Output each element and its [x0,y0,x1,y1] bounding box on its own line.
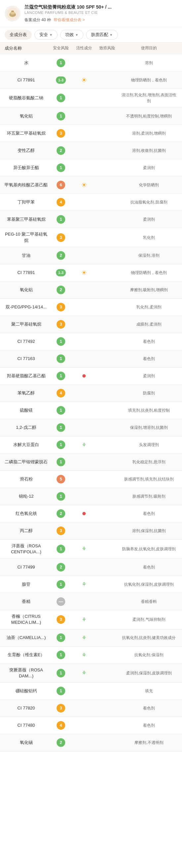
purpose-cell: 防脑养发,抗氧化剂,皮肤调理剂 [120,546,177,552]
safety-cell: 1 [48,580,74,589]
ingredient-name: 突厥蔷薇（ROSA DAM...) [5,667,48,679]
ingredient-name: 二磷脂二甲铵锂蒙脱石 [5,459,48,465]
safety-badge: 1 [57,372,65,380]
ingredient-name: 异壬酸异壬酯 [5,165,48,171]
product-subtitle: LANCOME PARFUMS & BEAUTE ET CIE [25,10,177,14]
skin-filter-btn[interactable]: 肤质匹配 ▼ [86,30,118,40]
safety-badge: 4 [57,721,65,730]
sun-active-icon: ☀ [81,181,87,189]
safety-cell: 2 [48,286,74,294]
purpose-cell: 溶剂,柔润剂,增稠剂 [120,130,177,136]
purpose-cell: 溶剂 [120,60,177,66]
safety-cell: 3 [48,129,74,138]
table-row: 苯氧乙醇 4 防腐剂 [0,385,182,402]
product-info: 兰蔻空气轻垫菁纯粉底液 100 SPF 50+ / ... LANCOME PA… [25,4,177,23]
table-row: CI 77891 1-3 ☀ 物理防晒剂，着色剂 [0,71,182,89]
table-row: 水 1 溶剂 [0,54,182,71]
ingredient-name: 氧化铝 [5,287,48,293]
safety-badge: 1 [57,112,65,120]
table-row: 锦纶-12 1 肤感调节剂,吸附剂 [0,488,182,505]
safety-cell: 3 [48,526,74,535]
safety-cell: 1 [48,651,74,659]
header-safety: 安全风险 [48,45,74,51]
safety-cell: 1 [48,669,74,677]
safety-badge: 1 [57,545,65,553]
product-title: 兰蔻空气轻垫菁纯粉底液 100 SPF 50+ / ... [25,4,177,10]
table-row: 异壬酸异壬酯 1 柔润剂 [0,159,182,176]
safety-cell: 1-3 [48,76,74,84]
table-row: 氧化锡 2 摩擦剂,不透明剂 [0,734,182,751]
safety-badge: 3 [57,615,65,624]
safety-filter-btn[interactable]: 安全 ▼ [34,30,58,40]
table-row: 羟基硬脂酸乙基己酯 1 柔润剂 [0,368,182,385]
purpose-cell: 头发调理剂 [120,442,177,448]
header-purpose: 使用目的 [120,45,177,51]
ingredient-name: 羟基硬脂酸乙基己酯 [5,373,48,379]
table-row: 滑石粉 5 肤感调节剂,填充剂,抗结块剂 [0,471,182,488]
purpose-cell: 抗氧化剂,保湿剂,皮肤调理剂 [120,582,177,587]
safety-badge: 2 [57,738,65,747]
safety-cell: 6 [48,181,74,189]
purpose-cell: 不透明剂,粘度控制,增稠剂 [120,113,177,119]
active-cell: ⚘ [74,442,94,448]
purpose-cell: 清洁剂,乳化剂,增泡剂,表面活性剂 [120,92,177,104]
safety-badge: 1 [57,669,65,677]
header-active: 活性成分 [74,45,94,51]
safety-cell: 1 [48,492,74,501]
ingredient-name: 苯基聚三甲基硅氧烷 [5,216,48,222]
safety-badge: 1 [57,94,65,102]
purpose-cell: 香精香料 [120,599,177,604]
purpose-cell: 着色剂 [120,339,177,344]
all-ingredients-btn[interactable]: 全成分表 [5,30,32,40]
safety-badge: 2 [57,251,65,260]
safety-badge: 1 [57,651,65,659]
ingredient-name: 硫酸镁 [5,407,48,413]
help-link[interactable]: 帮你看懂成分表 > [54,17,85,23]
ingredient-name: 香橼（CITRUS MEDICA LIM...) [5,614,48,625]
table-row: 氧化铝 1 不透明剂,粘度控制,增稠剂 [0,107,182,125]
ingredient-name: 生育酚（维生素E） [5,652,48,658]
function-filter-btn[interactable]: 功效 ▼ [60,30,83,40]
table-row: 突厥蔷薇（ROSA DAM...) 1 ⚘ 柔润剂,保湿剂,皮肤调理剂 [0,664,182,683]
table-row: 香橼（CITRUS MEDICA LIM...) 3 ⚘ 柔润剂,气味抑制剂 [0,610,182,629]
bio-active-icon: ⚘ [82,617,86,623]
ingredient-count: 备案成分 40 种 [25,17,51,23]
skin-arrow-icon: ▼ [110,33,113,37]
ingredient-name: PEG-10 聚二甲基硅氧烷 [5,231,48,243]
function-arrow-icon: ▼ [75,33,79,37]
ingredient-name: 甲氧基肉桂酸乙基己酯 [5,182,48,188]
header-name: 成分名称 [5,45,48,51]
table-row: 氧化铝 2 摩擦剂,吸附剂,增稠剂 [0,282,182,299]
purpose-cell: 抗氧化剂,保湿剂 [120,652,177,658]
safety-cell: 1 [48,354,74,363]
table-row: 油茶（CAMELLIA...) 1 ⚘ 抗氧化剂,抗炎剂,健美功效成分 [0,629,182,647]
table-row: 硬脂酰谷氨酸二钠 1 清洁剂,乳化剂,增泡剂,表面活性剂 [0,89,182,107]
purpose-cell: 化学防晒剂 [120,182,177,188]
table-row: 甘油 2 保湿剂,溶剂 [0,247,182,265]
purpose-cell: 柔润剂 [120,165,177,171]
safety-badge: 3 [57,704,65,712]
active-cell [74,374,94,378]
active-cell: ⚘ [74,617,94,623]
active-cell: ☀ [74,181,94,189]
active-cell: ⚘ [74,670,94,676]
table-row: 香精 — 香精香料 [0,593,182,610]
safety-badge: 1 [57,354,65,363]
safety-cell: 1 [48,337,74,346]
safety-badge: 2 [57,146,65,155]
safety-cell: 1 [48,94,74,102]
safety-badge: 1 [57,163,65,172]
table-row: 生育酚（维生素E） 1 ⚘ 抗氧化剂,保湿剂 [0,647,182,664]
purpose-cell: 柔润剂 [120,373,177,379]
safety-cell: 1 [48,687,74,695]
table-row: CI 77492 1 着色剂 [0,333,182,350]
ingredient-name: CI 77499 [5,564,48,570]
purpose-cell: 着色剂 [120,705,177,711]
table-row: CI 77820 3 着色剂 [0,700,182,717]
safety-badge: 3 [57,233,65,242]
safety-cell: 2 [48,251,74,260]
active-cell [74,512,94,515]
safety-cell: 5 [48,475,74,484]
ingredient-name: CI 77480 [5,722,48,728]
ingredient-name: 锦纶-12 [5,493,48,499]
